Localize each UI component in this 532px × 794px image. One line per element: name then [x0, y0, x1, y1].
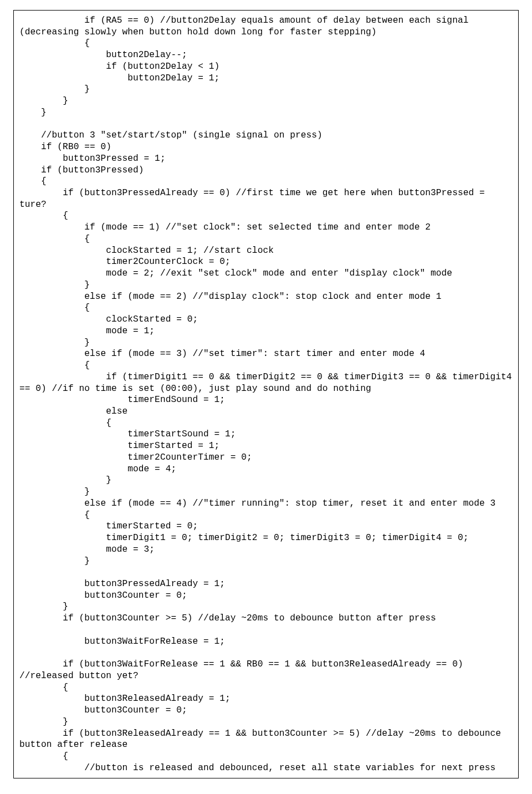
code-listing-frame: if (RA5 == 0) //button2Delay equals amou…	[13, 10, 519, 778]
code-listing: if (RA5 == 0) //button2Delay equals amou…	[19, 15, 513, 773]
document-page: if (RA5 == 0) //button2Delay equals amou…	[0, 0, 532, 794]
